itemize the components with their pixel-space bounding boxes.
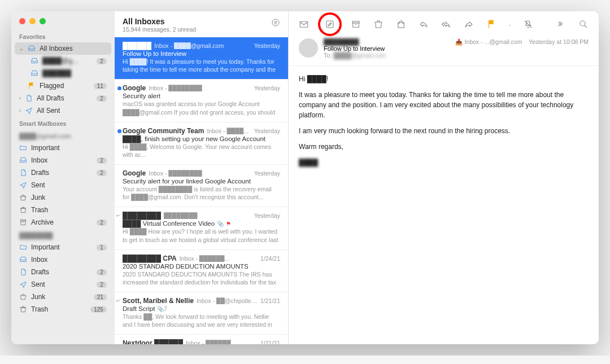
message-row[interactable]: ████████ CPAInbox - ██████...1/24/212020… — [115, 250, 288, 292]
body-signature: ████ — [299, 157, 589, 168]
message-from: ████████ — [324, 38, 386, 45]
sidebar-item-all-inboxes[interactable]: ⌄ All Inboxes — [15, 42, 111, 55]
message-date: Yesterday — [254, 212, 280, 219]
body-paragraph: I am very much looking forward to the ne… — [299, 126, 589, 136]
sidebar-item-label: ████@g... — [42, 57, 93, 65]
message-date: Yesterday — [254, 170, 280, 177]
trash-icon — [19, 305, 27, 313]
replied-icon: ↩ — [116, 298, 120, 304]
sidebar-item-sent[interactable]: Sent — [11, 179, 115, 191]
folder-icon — [19, 144, 27, 152]
message-row[interactable]: ██████Inbox - ████@gmail.comYesterdayFol… — [115, 37, 288, 80]
message-row[interactable]: ↩████████████████Yesterday████ Virtual C… — [115, 207, 288, 249]
sidebar-item-drafts[interactable]: Drafts 2 — [11, 166, 115, 179]
message-from: Google — [123, 84, 146, 92]
sidebar-item-label: Drafts — [31, 268, 93, 276]
unread-dot-icon — [117, 129, 121, 133]
message-date: 1/24/21 — [260, 255, 280, 262]
sidebar-item-label: Inbox — [31, 156, 93, 164]
sidebar: Favorites ⌄ All Inboxes ████@g... 2 ████… — [11, 11, 115, 344]
sidebar-item-sub-inbox-1[interactable]: ████@g... 2 — [11, 55, 115, 67]
message-date: Yesterday — [254, 85, 280, 91]
message-to: ████@gmail.com — [334, 52, 386, 59]
message-row[interactable]: Nextdoor ██████Inbox - ██████...1/21/21S… — [115, 335, 288, 344]
message-from: Nextdoor ██████ — [123, 339, 183, 344]
sidebar-item-all-drafts[interactable]: › All Drafts 2 — [11, 92, 115, 104]
sidebar-item-drafts-2[interactable]: Drafts 2 — [11, 266, 115, 278]
reply-button[interactable] — [417, 18, 430, 30]
sidebar-count-badge: 125 — [90, 306, 107, 313]
sidebar-item-important-2[interactable]: Important 1 — [11, 241, 115, 253]
sidebar-count-badge: 2 — [97, 269, 107, 275]
document-icon — [19, 169, 27, 177]
sidebar-item-junk[interactable]: Junk — [11, 191, 115, 204]
message-from: ████████ CPA — [123, 255, 177, 262]
chevron-right-icon: › — [19, 95, 21, 101]
sidebar-item-all-sent[interactable]: › All Sent — [11, 104, 115, 117]
sent-icon — [25, 107, 33, 115]
archive-icon — [19, 218, 27, 226]
sidebar-item-trash[interactable]: Trash — [11, 204, 115, 216]
sidebar-item-inbox[interactable]: Inbox 2 — [11, 154, 115, 166]
sidebar-item-sub-inbox-2[interactable]: ██████ — [11, 67, 115, 80]
message-timestamp: Yesterday at 10:08 PM — [529, 38, 589, 45]
maximize-window-button[interactable] — [40, 18, 46, 24]
svg-point-5 — [580, 21, 585, 26]
message-list: ██████Inbox - ████@gmail.comYesterdayFol… — [115, 37, 288, 344]
sidebar-item-trash-2[interactable]: Trash 125 — [11, 303, 115, 315]
junk-button[interactable] — [395, 18, 407, 30]
message-meta: 📥 Inbox - ...@gmail.com Yesterday at 10:… — [455, 38, 589, 59]
chevron-down-icon[interactable]: ⌄ — [508, 22, 512, 27]
inbox-icon — [19, 256, 27, 264]
message-mailbox: ████████ — [164, 212, 251, 219]
message-date: Yesterday — [254, 128, 280, 134]
close-window-button[interactable] — [19, 18, 25, 24]
mute-button[interactable] — [522, 18, 534, 30]
sidebar-item-label: Junk — [31, 194, 107, 201]
message-subject: Follow Up to Interview — [324, 45, 386, 52]
delete-button[interactable] — [372, 18, 385, 30]
message-mailbox: Inbox - ██████... — [186, 340, 258, 344]
message-row[interactable]: GoogleInbox - ████████YesterdaySecurity … — [115, 80, 288, 122]
sidebar-item-inbox-2[interactable]: Inbox — [11, 253, 115, 266]
sidebar-item-label: Drafts — [31, 169, 93, 177]
message-row[interactable]: ↩Scott, Maribel & NellieInbox - ██@chipo… — [115, 292, 288, 335]
attachment-icon: 📎7 — [157, 306, 167, 312]
body-paragraph: Hi ████! — [299, 74, 589, 84]
flag-button[interactable] — [485, 18, 498, 30]
archive-button[interactable] — [350, 18, 362, 30]
reader-pane: ⌄ ████████ Follow Up to Interview To: ██… — [289, 11, 599, 344]
sidebar-item-junk-2[interactable]: Junk 21 — [11, 291, 115, 303]
sidebar-count-badge: 2 — [97, 282, 107, 288]
compose-highlight — [318, 12, 342, 36]
sidebar-item-important[interactable]: Important — [11, 142, 115, 154]
message-row[interactable]: Google Community TeamInbox - ████...Yest… — [115, 122, 288, 165]
sidebar-item-sent-2[interactable]: Sent 2 — [11, 278, 115, 291]
inbox-icon — [30, 57, 38, 65]
sidebar-count-badge: 2 — [97, 58, 107, 64]
folder-icon — [19, 243, 27, 251]
message-row[interactable]: GoogleInbox - ████████YesterdaySecurity … — [115, 165, 288, 207]
get-mail-button[interactable] — [298, 18, 310, 30]
message-subject: 2020 STANDARD DEDUCTION AMOUNTS — [123, 263, 280, 270]
sidebar-item-label: Important — [31, 243, 93, 251]
inbox-icon — [30, 69, 38, 77]
sidebar-item-flagged[interactable]: ⌄ Flagged 11 — [11, 80, 115, 92]
filter-button[interactable] — [271, 17, 280, 29]
sent-icon — [19, 280, 27, 288]
message-from: Scott, Maribel & Nellie — [123, 297, 194, 305]
more-button[interactable] — [555, 18, 567, 30]
message-mailbox: Inbox - ██@chipotlefilm... — [197, 297, 258, 304]
sidebar-section-account2: ████████ — [11, 229, 115, 241]
message-preview: 2020 STANDARD DEDUCTION AMOUNTS The IRS … — [123, 270, 280, 286]
compose-button[interactable] — [324, 18, 336, 30]
sidebar-item-archive[interactable]: Archive 2 — [11, 216, 115, 229]
search-button[interactable] — [577, 18, 590, 30]
sidebar-item-label: Trash — [31, 206, 107, 214]
sidebar-section-account: ████@gmail.com — [11, 129, 115, 142]
minimize-window-button[interactable] — [29, 18, 36, 24]
reply-all-button[interactable] — [440, 18, 452, 30]
attachment-icon: 📎 — [217, 221, 224, 227]
forward-button[interactable] — [463, 18, 475, 30]
toolbar: ⌄ — [289, 11, 599, 36]
